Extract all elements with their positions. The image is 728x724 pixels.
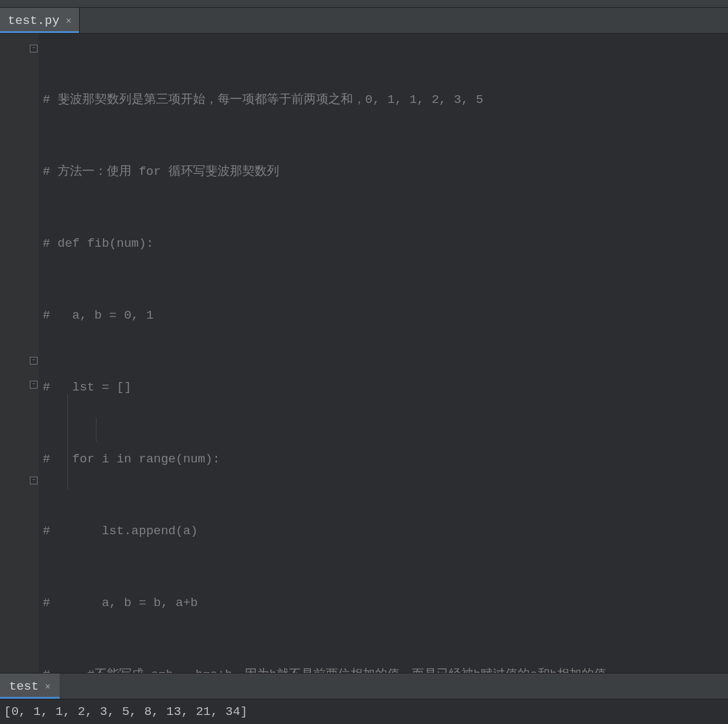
code-line: # lst.append(a) xyxy=(43,519,724,543)
editor-tabs: test.py ✕ xyxy=(0,8,728,34)
indent-guide xyxy=(67,394,68,490)
code-line: # for i in range(num): xyxy=(43,447,724,471)
console-output[interactable]: [0, 1, 1, 2, 3, 5, 8, 13, 21, 34] xyxy=(0,699,728,724)
file-tab-label: test.py xyxy=(8,14,60,28)
indent-guide xyxy=(96,418,97,442)
fold-marker-icon[interactable]: − xyxy=(30,357,38,365)
close-icon[interactable]: ✕ xyxy=(66,15,71,26)
code-line: # a, b = 0, 1 xyxy=(43,304,724,328)
code-line: # def fib(num): xyxy=(43,232,724,256)
gutter[interactable]: − − − − xyxy=(0,34,39,673)
code-line: # 方法一：使用 for 循环写斐波那契数列 xyxy=(43,160,724,184)
close-icon[interactable]: ✕ xyxy=(45,681,51,692)
toolbar-spacer xyxy=(0,0,728,8)
console-area: test ✕ [0, 1, 1, 2, 3, 5, 8, 13, 21, 34] xyxy=(0,673,728,724)
editor-area: − − − − # 斐波那契数列是第三项开始，每一项都等于前两项之和，0, 1,… xyxy=(0,34,728,673)
fold-marker-icon[interactable]: − xyxy=(30,381,38,389)
code-line: # 斐波那契数列是第三项开始，每一项都等于前两项之和，0, 1, 1, 2, 3… xyxy=(43,88,724,112)
code-area[interactable]: # 斐波那契数列是第三项开始，每一项都等于前两项之和，0, 1, 1, 2, 3… xyxy=(39,34,728,673)
fold-marker-icon[interactable]: − xyxy=(30,45,38,52)
console-tab-test[interactable]: test ✕ xyxy=(0,673,60,699)
code-line: # a, b = b, a+b xyxy=(43,591,724,615)
code-line: # lst = [] xyxy=(43,376,724,400)
console-tabs: test ✕ xyxy=(0,673,728,699)
code-line: # #不能写成 a=b b=a+b，因为b就不是前两位相加的值，而是已经被b赋过… xyxy=(43,663,724,673)
file-tab-test-py[interactable]: test.py ✕ xyxy=(0,8,80,33)
console-tab-label: test xyxy=(9,679,39,694)
fold-marker-icon[interactable]: − xyxy=(30,477,38,484)
